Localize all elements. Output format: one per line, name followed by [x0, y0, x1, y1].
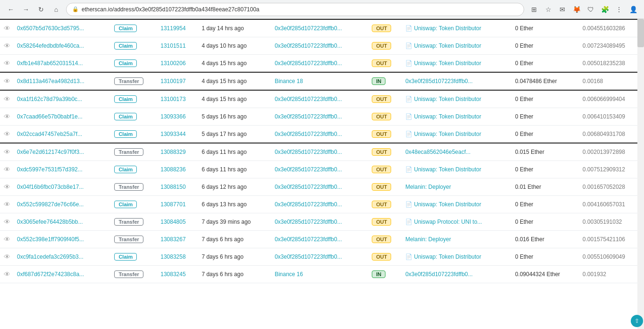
- to-address[interactable]: Uniswap: Token Distributor: [414, 96, 482, 102]
- from-address[interactable]: 0x3e0f285d107223fdffb0...: [275, 184, 342, 190]
- from-address[interactable]: 0x3e0f285d107223fdffb0...: [275, 131, 342, 137]
- to-address[interactable]: Uniswap: Token Distributor: [414, 60, 482, 67]
- reload-button[interactable]: ↻: [35, 3, 47, 16]
- bookmark-button[interactable]: ☆: [542, 3, 554, 16]
- method-badge: Transfer: [114, 236, 143, 243]
- block-link[interactable]: 13093344: [160, 131, 185, 137]
- eye-icon[interactable]: 👁: [4, 201, 10, 208]
- age-text: 4 days 15 hrs ago: [201, 78, 246, 84]
- from-address[interactable]: 0x3e0f285d107223fdffb0...: [275, 25, 342, 32]
- method-badge: Claim: [114, 130, 137, 138]
- block-link[interactable]: 13088150: [160, 184, 185, 190]
- txfee-cell: 0.006410153409: [580, 108, 644, 126]
- block-link[interactable]: 13100173: [160, 96, 185, 102]
- to-address[interactable]: Uniswap: Token Distributor: [414, 42, 482, 49]
- address-bar[interactable]: 🔒 etherscan.io/address/0x3e0f285d107223f…: [66, 3, 524, 16]
- from-address[interactable]: 0x3e0f285d107223fdffb0...: [275, 253, 342, 260]
- tx-hash-link[interactable]: 0xfb1e487ab652031514...: [17, 60, 83, 67]
- from-address[interactable]: 0x3e0f285d107223fdffb0...: [275, 113, 342, 120]
- tx-hash-link[interactable]: 0x04f16b6fbc073cb8e17...: [17, 184, 84, 190]
- forward-button[interactable]: →: [20, 3, 32, 16]
- eye-icon[interactable]: 👁: [4, 183, 10, 191]
- tx-hash-link[interactable]: 0x3065efee764428b5bb...: [17, 219, 83, 225]
- tx-hash-link[interactable]: 0x8d113a467ea4982d13...: [17, 78, 84, 84]
- txhash-cell: 0xdc5997e7531f57d392...: [14, 161, 111, 178]
- block-link[interactable]: 13083245: [160, 271, 185, 278]
- eye-icon[interactable]: 👁: [4, 166, 10, 173]
- puzzle-button[interactable]: 🧩: [599, 3, 611, 16]
- from-address[interactable]: 0x3e0f285d107223fdffb0...: [275, 96, 342, 102]
- block-link[interactable]: 13119954: [160, 25, 185, 32]
- from-address[interactable]: 0x3e0f285d107223fdffb0...: [275, 236, 342, 243]
- eye-icon[interactable]: 👁: [4, 95, 10, 103]
- eye-icon[interactable]: 👁: [4, 236, 10, 243]
- browser-ext2[interactable]: 🛡: [585, 3, 597, 16]
- to-address[interactable]: Uniswap: Token Distributor: [414, 201, 482, 208]
- eye-icon[interactable]: 👁: [4, 42, 10, 50]
- to-address[interactable]: Uniswap Protocol: UNI to...: [414, 219, 482, 225]
- block-link[interactable]: 13083267: [160, 236, 185, 243]
- back-button[interactable]: ←: [5, 3, 17, 16]
- eye-icon[interactable]: 👁: [4, 253, 10, 261]
- eye-cell: 👁: [0, 178, 14, 196]
- eye-icon[interactable]: 👁: [4, 148, 10, 156]
- scrollbar-thumb[interactable]: [637, 19, 644, 47]
- age-text: 6 days 12 hrs ago: [201, 184, 246, 190]
- tx-hash-link[interactable]: 0x552c398e1ff7909f40f5...: [17, 236, 84, 243]
- to-address[interactable]: Uniswap: Token Distributor: [414, 131, 482, 137]
- eye-icon[interactable]: 👁: [4, 218, 10, 226]
- block-link[interactable]: 13087701: [160, 201, 185, 208]
- tx-hash-link[interactable]: 0x58264efedbdbfe460ca...: [17, 42, 84, 49]
- block-link[interactable]: 13083258: [160, 253, 185, 260]
- from-address[interactable]: Binance 16: [275, 271, 303, 278]
- block-cell: 13100206: [158, 55, 199, 73]
- eye-icon[interactable]: 👁: [4, 25, 10, 32]
- block-link[interactable]: 13101511: [160, 42, 185, 49]
- home-button[interactable]: ⌂: [50, 3, 62, 16]
- eye-icon[interactable]: 👁: [4, 113, 10, 120]
- tx-hash-link[interactable]: 0x6507b5d7630c3d5795...: [17, 25, 84, 32]
- block-link[interactable]: 13088329: [160, 149, 185, 155]
- block-link[interactable]: 13093366: [160, 113, 185, 120]
- browser-ext1[interactable]: 🦊: [570, 3, 583, 16]
- to-address[interactable]: Uniswap: Token Distributor: [414, 253, 482, 260]
- from-address[interactable]: Binance 18: [275, 78, 303, 84]
- value-text: 0.015 Ether: [515, 149, 544, 155]
- menu-button[interactable]: ⋮: [613, 3, 625, 16]
- extensions-button[interactable]: ⊞: [528, 3, 540, 16]
- eye-icon[interactable]: 👁: [4, 130, 10, 138]
- profile-button[interactable]: 👤: [627, 3, 639, 16]
- from-address[interactable]: 0x3e0f285d107223fdffb0...: [275, 201, 342, 208]
- tx-hash-link[interactable]: 0xf687d672f2e74238c8a...: [17, 271, 84, 278]
- tx-hash-link[interactable]: 0x6e7e2d612174c97f0f3...: [17, 149, 84, 155]
- to-address[interactable]: Melanin: Deployer: [405, 236, 451, 243]
- tx-hash-link[interactable]: 0xdc5997e7531f57d392...: [17, 166, 83, 173]
- eye-cell: 👁: [0, 231, 14, 248]
- tx-hash-link[interactable]: 0xa1f162c78d79a39b0c...: [17, 96, 82, 102]
- from-address[interactable]: 0x3e0f285d107223fdffb0...: [275, 60, 342, 67]
- from-address[interactable]: 0x3e0f285d107223fdffb0...: [275, 42, 342, 49]
- to-address[interactable]: 0x3e0f285d107223fdffb0...: [405, 271, 473, 278]
- block-link[interactable]: 13088236: [160, 166, 185, 173]
- block-link[interactable]: 13084805: [160, 219, 185, 225]
- method-badge: Transfer: [114, 77, 143, 85]
- from-address[interactable]: 0x3e0f285d107223fdffb0...: [275, 219, 342, 225]
- eye-icon[interactable]: 👁: [4, 59, 10, 67]
- tx-hash-link[interactable]: 0x7caad66e57b0babf1e...: [17, 113, 83, 120]
- eye-icon[interactable]: 👁: [4, 77, 10, 85]
- from-address[interactable]: 0x3e0f285d107223fdffb0...: [275, 149, 342, 155]
- block-link[interactable]: 13100206: [160, 60, 185, 67]
- tx-hash-link[interactable]: 0x02ccad47457eb25a7f...: [17, 131, 82, 137]
- eye-icon[interactable]: 👁: [4, 270, 10, 278]
- tx-hash-link[interactable]: 0x552c599827de76c66e...: [17, 201, 84, 208]
- to-address[interactable]: Uniswap: Token Distributor: [414, 25, 482, 32]
- block-link[interactable]: 13100197: [160, 78, 185, 84]
- to-address[interactable]: 0x3e0f285d107223fdffb0...: [405, 78, 473, 84]
- to-address[interactable]: Uniswap: Token Distributor: [414, 113, 482, 120]
- from-address[interactable]: 0x3e0f285d107223fdffb0...: [275, 166, 342, 173]
- to-address[interactable]: Melanin: Deployer: [405, 184, 451, 190]
- email-button[interactable]: ✉: [556, 3, 569, 16]
- to-address[interactable]: 0x48eca8562046e5eacf...: [405, 149, 470, 155]
- to-address[interactable]: Uniswap: Token Distributor: [414, 166, 482, 173]
- tx-hash-link[interactable]: 0xc9fa1cedefa3c2695b3...: [17, 253, 84, 260]
